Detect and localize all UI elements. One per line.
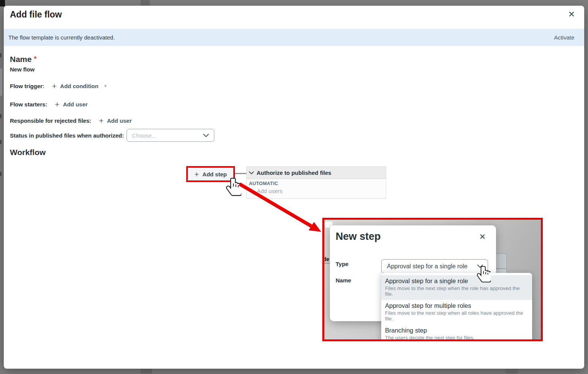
step-card-header[interactable]: Authorize to published files bbox=[247, 167, 386, 179]
new-step-title: New step bbox=[336, 231, 381, 242]
add-condition-label: Add condition bbox=[60, 83, 98, 89]
add-user-label: Add user bbox=[63, 101, 88, 108]
backdrop-fragment bbox=[324, 263, 330, 263]
new-step-inset-screenshot: de New step ✕ Type Approval step for a s… bbox=[322, 218, 543, 341]
workflow-step-card: Authorize to published files AUTOMATIC +… bbox=[246, 166, 386, 199]
backdrop-fragment bbox=[0, 68, 2, 96]
add-users-button[interactable]: + Add users bbox=[249, 187, 384, 195]
cursor-hand-icon bbox=[476, 265, 491, 284]
close-icon[interactable]: ✕ bbox=[479, 233, 486, 241]
flow-name-value[interactable]: New flow bbox=[10, 66, 35, 73]
type-dropdown-panel: Approval step for a single role Files mo… bbox=[381, 273, 532, 341]
add-user-button-starters[interactable]: + Add user bbox=[55, 100, 87, 108]
status-select[interactable]: Choose... bbox=[127, 129, 214, 142]
option-description: Files move to the next step when the rol… bbox=[385, 285, 528, 297]
status-select-placeholder: Choose... bbox=[132, 132, 156, 139]
name-heading-label: Name bbox=[10, 55, 32, 63]
flow-trigger-row: Flow trigger: + Add condition ▼ bbox=[10, 81, 108, 90]
dropdown-option-branching[interactable]: Branching step The users decide the next… bbox=[381, 325, 532, 341]
add-user-button-rejected[interactable]: + Add user bbox=[99, 117, 132, 125]
plus-icon: + bbox=[52, 82, 57, 90]
step-mode-badge: AUTOMATIC bbox=[249, 181, 384, 186]
option-description: The users decide the next step for files… bbox=[385, 335, 528, 341]
backdrop-fragment bbox=[141, 0, 150, 6]
workflow-heading: Workflow bbox=[10, 148, 46, 157]
cursor-hand-icon bbox=[225, 176, 241, 197]
add-users-label: Add users bbox=[257, 188, 283, 194]
status-label: Status in published files when authorize… bbox=[10, 132, 124, 139]
caret-down-icon: ▼ bbox=[103, 84, 108, 88]
backdrop-fragment bbox=[495, 254, 507, 269]
backdrop-fragment bbox=[141, 368, 152, 374]
deactivated-banner: The flow template is currently deactivat… bbox=[4, 29, 584, 46]
add-user-label: Add user bbox=[107, 117, 132, 124]
dropdown-option-multiple-roles[interactable]: Approval step for multiple roles Files m… bbox=[381, 300, 532, 325]
dropdown-option-single-role[interactable]: Approval step for a single role Files mo… bbox=[381, 275, 532, 300]
status-row: Status in published files when authorize… bbox=[10, 129, 214, 142]
add-step-label: Add step bbox=[203, 171, 227, 177]
option-title: Approval step for multiple roles bbox=[385, 302, 528, 309]
chevron-down-icon bbox=[203, 134, 209, 137]
step-card-title: Authorize to published files bbox=[257, 170, 331, 176]
type-select-value: Approval step for a single role bbox=[387, 263, 468, 270]
modal-title: Add file flow bbox=[10, 10, 62, 20]
responsible-rejected-row: Responsible for rejected files: + Add us… bbox=[10, 116, 132, 125]
plus-icon: + bbox=[249, 187, 254, 195]
flow-starters-row: Flow starters: + Add user bbox=[10, 100, 88, 109]
required-asterisk: * bbox=[34, 55, 36, 63]
name-heading: Name* bbox=[10, 55, 36, 64]
activate-button[interactable]: Activate bbox=[554, 34, 574, 41]
chevron-down-icon bbox=[249, 171, 254, 174]
type-label: Type bbox=[336, 261, 349, 267]
backdrop-fragment bbox=[0, 0, 5, 6]
add-condition-button[interactable]: + Add condition ▼ bbox=[52, 82, 108, 90]
backdrop-fragment bbox=[0, 140, 2, 144]
responsible-rejected-label: Responsible for rejected files: bbox=[10, 117, 91, 124]
step-card-body: AUTOMATIC + Add users bbox=[247, 179, 386, 197]
backdrop-fragment bbox=[0, 172, 2, 176]
plus-icon: + bbox=[99, 117, 103, 125]
plus-icon: + bbox=[194, 170, 199, 178]
type-select[interactable]: Approval step for a single role bbox=[381, 259, 488, 273]
close-icon[interactable]: ✕ bbox=[568, 10, 575, 19]
option-title: Approval step for a single role bbox=[385, 277, 528, 285]
flow-starters-label: Flow starters: bbox=[10, 101, 47, 108]
backdrop-text-fragment: de bbox=[323, 256, 329, 262]
backdrop-fragment bbox=[0, 114, 2, 118]
backdrop-fragment bbox=[506, 368, 518, 374]
plus-icon: + bbox=[55, 100, 59, 108]
option-description: Files move to the next step when all rol… bbox=[385, 310, 528, 322]
banner-message: The flow template is currently deactivat… bbox=[8, 34, 115, 41]
name-label: Name bbox=[336, 277, 351, 284]
option-title: Branching step bbox=[385, 327, 528, 334]
backdrop-fragment bbox=[0, 53, 2, 57]
flow-trigger-label: Flow trigger: bbox=[10, 83, 44, 89]
